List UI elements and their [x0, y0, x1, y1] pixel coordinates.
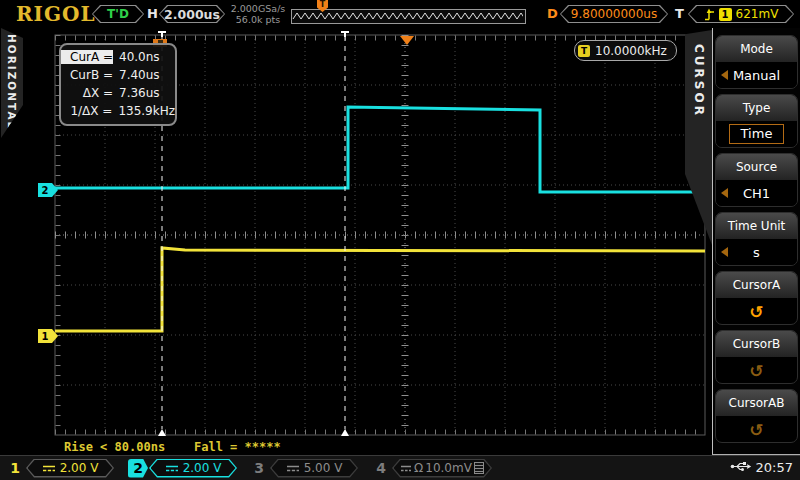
usb-icon	[730, 461, 752, 472]
trigger-status-badge: T'D	[92, 5, 144, 23]
menu-item-time-unit[interactable]: Time Unit s	[715, 212, 798, 266]
memory-position-bar[interactable]	[291, 9, 526, 24]
ohm-symbol: Ω	[414, 461, 423, 475]
cursor-readout-box: CurA = 40.0ns CurB = 7.40us ΔX = 7.36us …	[59, 43, 177, 126]
svg-text:2: 2	[42, 185, 49, 196]
trigger-delay-display[interactable]: 9.80000000us	[560, 5, 668, 23]
delta-x-row: ΔX = 7.36us	[61, 84, 175, 102]
channel-1-badge[interactable]: 1 2.00 V	[8, 458, 114, 478]
dc-coupling-icon	[400, 464, 412, 473]
chevron-left-icon	[721, 247, 728, 257]
cursor-a-label: CurA =	[61, 50, 113, 64]
rotate-knob-icon: ↺	[716, 416, 797, 443]
rise-measurement: Rise < 80.00ns	[64, 440, 165, 454]
menu-item-cursor-a[interactable]: CursorA ↺	[715, 271, 798, 325]
channel-3-badge[interactable]: 3 5.00 V	[252, 458, 358, 478]
counter-frequency: 10.0000kHz	[595, 44, 667, 58]
trigger-slope-icon	[704, 8, 715, 21]
menu-item-mode[interactable]: Mode Manual	[715, 35, 798, 89]
menu-item-type[interactable]: Type Time	[715, 94, 798, 148]
trigger-label: T	[675, 6, 684, 21]
status-bar: 1 2.00 V 2 2.00 V	[0, 455, 800, 480]
counter-trigger-badge: T	[578, 45, 590, 57]
memory-depth: 56.0k pts	[228, 14, 288, 25]
horizontal-scale-label: H	[147, 6, 158, 21]
svg-text:1: 1	[42, 331, 49, 342]
rotate-knob-icon: ↺	[716, 357, 797, 384]
timebase-display[interactable]: 2.000us	[159, 5, 225, 23]
inv-delta-x-label: 1/ΔX =	[61, 104, 112, 118]
trigger-level-value: 621mV	[736, 7, 779, 21]
top-bar: RIGOL T'D H 2.000us 2.000GSa/s 56.0k pts…	[0, 0, 800, 28]
cursor-a-row: CurA = 40.0ns	[61, 48, 175, 66]
sample-rate: 2.000GSa/s	[228, 3, 288, 14]
inv-delta-x-row: 1/ΔX = 135.9kHz	[61, 102, 175, 120]
chevron-left-icon	[721, 188, 728, 198]
dc-coupling-icon	[42, 464, 56, 473]
cursor-a-value: 40.0ns	[119, 50, 160, 64]
menu-item-source[interactable]: Source CH1	[715, 153, 798, 207]
delta-x-label: ΔX =	[61, 86, 113, 100]
cursor-menu: Mode Manual Type Time Source CH1 Time Un…	[712, 28, 800, 455]
menu-item-cursor-b[interactable]: CursorB ↺	[715, 330, 798, 384]
rigol-logo: RIGOL	[16, 2, 96, 26]
trigger-level-display[interactable]: 1 621mV	[688, 5, 794, 23]
frequency-counter: T 10.0000kHz	[574, 40, 677, 61]
inv-delta-x-value: 135.9kHz	[118, 104, 175, 118]
cursor-b-label: CurB =	[61, 68, 113, 82]
channel-2-badge[interactable]: 2 2.00 V	[128, 458, 237, 478]
delay-label: D	[547, 6, 558, 21]
bw-limit-icon	[474, 462, 484, 474]
acquisition-info: 2.000GSa/s 56.0k pts	[228, 3, 288, 25]
clock: 20:57	[756, 460, 793, 475]
cursor-b-value: 7.40us	[119, 68, 160, 82]
dc-coupling-icon	[165, 464, 179, 473]
delta-x-value: 7.36us	[119, 86, 160, 100]
dc-coupling-icon	[286, 464, 300, 473]
menu-item-cursor-ab[interactable]: CursorAB ↺	[715, 389, 798, 443]
channel-4-badge[interactable]: 4 Ω 10.0mV	[374, 458, 492, 478]
cursor-b-row: CurB = 7.40us	[61, 66, 175, 84]
rotate-knob-icon: ↺	[716, 298, 797, 325]
fall-measurement: Fall = *****	[194, 440, 281, 454]
chevron-left-icon	[721, 70, 728, 80]
oscilloscope-screen: 21 RIGOL T'D H 2.000us 2.000GSa/s 56.0k …	[0, 0, 800, 480]
trigger-channel-badge: 1	[719, 8, 732, 21]
